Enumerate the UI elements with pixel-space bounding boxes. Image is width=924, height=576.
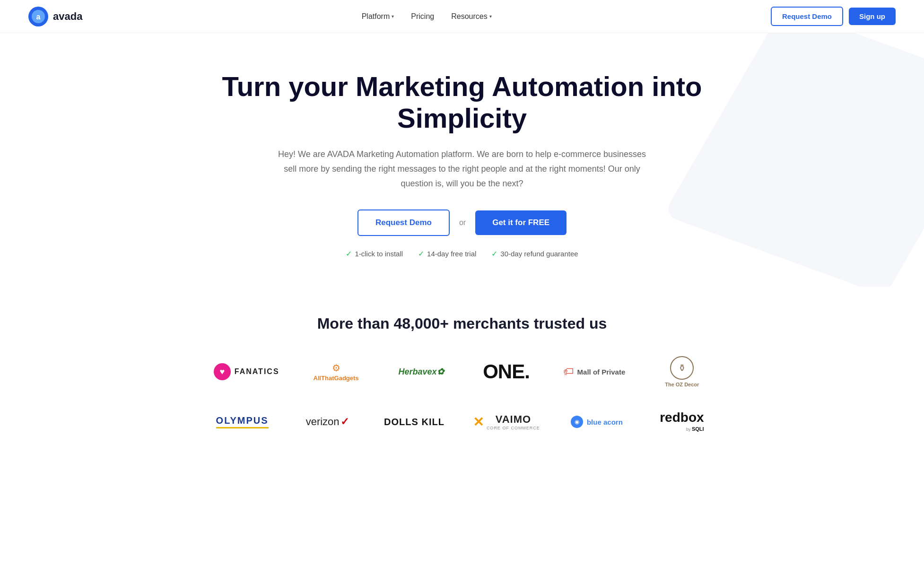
redbox-byline: by SQLI bbox=[686, 424, 704, 433]
mall-icon: 🏷 bbox=[563, 366, 574, 378]
redbox-by-text: by bbox=[686, 427, 692, 432]
trusted-title: More than 48,000+ merchants trusted us bbox=[19, 315, 905, 332]
check-icon-3: ✓ bbox=[491, 249, 497, 258]
olympus-text: OLYMPUS bbox=[216, 415, 269, 428]
nav-signup-button[interactable]: Sign up bbox=[849, 8, 896, 25]
check-icon-2: ✓ bbox=[418, 249, 424, 258]
logo-herbavex: Herbavex✿ bbox=[393, 367, 450, 377]
vaimo-text-block: VAIMO CORE OF COMMERCE bbox=[487, 413, 540, 430]
nav-resources[interactable]: Resources ▾ bbox=[445, 9, 498, 25]
ozdecor-circle-icon: ⚱ bbox=[670, 356, 694, 380]
badge-refund: ✓ 30-day refund guarantee bbox=[491, 249, 578, 258]
logo-vaimo: ✕ VAIMO CORE OF COMMERCE bbox=[473, 413, 540, 430]
logo-text: avada bbox=[53, 10, 82, 23]
badge-trial-text: 14-day free trial bbox=[427, 250, 476, 258]
logo-fanatics: ♥ FANATICS bbox=[214, 363, 279, 380]
logo-mall-of-private: 🏷 Mall of Private bbox=[563, 366, 626, 378]
vaimo-x-icon: ✕ bbox=[473, 414, 484, 430]
vaimo-sub-text: CORE OF COMMERCE bbox=[487, 426, 540, 430]
check-icon-1: ✓ bbox=[346, 249, 352, 258]
mall-text: Mall of Private bbox=[577, 368, 626, 376]
nav-pricing[interactable]: Pricing bbox=[404, 9, 441, 25]
hero-title: Turn your Marketing Automation into Simp… bbox=[202, 71, 722, 134]
verizon-check-icon: ✓ bbox=[340, 416, 349, 428]
logo-allthatgadgets: ⚙ AllThatGadgets bbox=[308, 362, 365, 382]
nav-links: Platform ▾ Pricing Resources ▾ bbox=[355, 9, 498, 25]
logo-verizon: verizon ✓ bbox=[299, 416, 356, 428]
badge-trial: ✓ 14-day free trial bbox=[418, 249, 476, 258]
logo-one: ONE. bbox=[478, 360, 535, 383]
svg-text:a: a bbox=[36, 13, 41, 21]
hero-section: Turn your Marketing Automation into Simp… bbox=[0, 33, 924, 287]
badge-install: ✓ 1-click to install bbox=[346, 249, 403, 258]
fanatics-text: FANATICS bbox=[235, 367, 279, 376]
avada-logo-icon: a bbox=[28, 7, 48, 26]
logo-redbox: redbox by SQLI bbox=[654, 411, 710, 433]
vaimo-main-text: VAIMO bbox=[487, 413, 540, 426]
allthat-icon: ⚙ bbox=[332, 362, 340, 374]
hero-content: Turn your Marketing Automation into Simp… bbox=[19, 71, 905, 258]
trusted-section: More than 48,000+ merchants trusted us ♥… bbox=[0, 287, 924, 475]
navbar: a avada Platform ▾ Pricing Resources ▾ R… bbox=[0, 0, 924, 33]
badge-refund-text: 30-day refund guarantee bbox=[500, 250, 578, 258]
blueacorn-text: blue acorn bbox=[587, 418, 623, 426]
ozdecor-text: The OZ Decor bbox=[665, 382, 699, 387]
nav-platform[interactable]: Platform ▾ bbox=[355, 9, 401, 25]
redbox-sqli-text: SQLI bbox=[692, 426, 704, 432]
herbavex-text: Herbavex✿ bbox=[399, 367, 444, 377]
hero-buttons: Request Demo or Get it for FREE bbox=[19, 209, 905, 236]
blueacorn-icon: ◉ bbox=[571, 416, 583, 428]
one-text: ONE. bbox=[483, 360, 530, 383]
nav-platform-label: Platform bbox=[362, 12, 390, 21]
hero-or-text: or bbox=[459, 218, 466, 227]
chevron-down-icon: ▾ bbox=[392, 14, 394, 19]
nav-cta-area: Request Demo Sign up bbox=[771, 7, 896, 26]
hero-request-demo-button[interactable]: Request Demo bbox=[357, 209, 450, 236]
dollskill-text: DOLLS KILL bbox=[384, 417, 445, 428]
nav-resources-label: Resources bbox=[451, 12, 487, 21]
chevron-down-icon-2: ▾ bbox=[489, 14, 492, 19]
fanatics-heart-icon: ♥ bbox=[214, 363, 231, 380]
logo-ozdecor: ⚱ The OZ Decor bbox=[654, 356, 710, 387]
logo-dollskill: DOLLS KILL bbox=[384, 417, 445, 428]
logo-olympus: OLYMPUS bbox=[214, 415, 270, 428]
hero-get-free-button[interactable]: Get it for FREE bbox=[475, 210, 567, 235]
badge-install-text: 1-click to install bbox=[355, 250, 403, 258]
redbox-main-text: redbox bbox=[660, 411, 704, 424]
logo[interactable]: a avada bbox=[28, 7, 82, 26]
hero-badges: ✓ 1-click to install ✓ 14-day free trial… bbox=[19, 249, 905, 258]
nav-request-demo-button[interactable]: Request Demo bbox=[771, 7, 843, 26]
logos-row-1: ♥ FANATICS ⚙ AllThatGadgets Herbavex✿ ON… bbox=[19, 356, 905, 387]
logo-blueacorn: ◉ blue acorn bbox=[568, 416, 625, 428]
nav-pricing-label: Pricing bbox=[411, 12, 434, 21]
allthat-text: AllThatGadgets bbox=[314, 375, 359, 382]
logos-row-2: OLYMPUS verizon ✓ DOLLS KILL ✕ VAIMO COR… bbox=[19, 411, 905, 433]
verizon-text: verizon bbox=[306, 416, 340, 428]
hero-subtitle: Hey! We are AVADA Marketing Automation p… bbox=[278, 147, 646, 191]
